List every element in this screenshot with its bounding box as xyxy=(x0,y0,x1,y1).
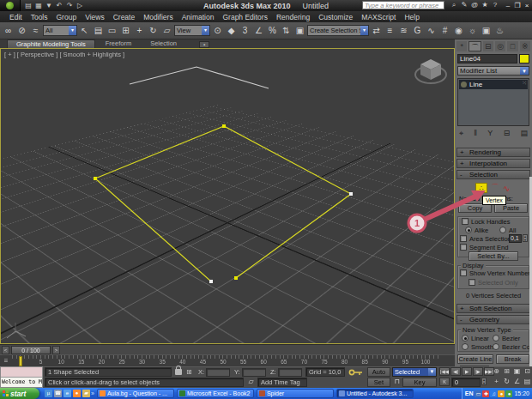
selection-lock-icon[interactable] xyxy=(175,369,182,375)
frame-0-marker[interactable] xyxy=(19,356,22,366)
angle-snap-icon[interactable]: ∠ xyxy=(252,24,265,38)
all-radio[interactable] xyxy=(499,227,506,233)
yellow-spline-segment[interactable] xyxy=(95,178,211,281)
workspace-icon[interactable]: ▷ xyxy=(76,2,84,9)
area-selection-checkbox[interactable] xyxy=(460,235,467,242)
unlink-selection-icon[interactable]: ⊘ xyxy=(15,24,28,38)
graphite-ribbon-toggle-icon[interactable]: G xyxy=(411,24,424,38)
rollout-interpolation[interactable]: +Interpolation xyxy=(456,159,530,168)
next-frame-button[interactable]: > xyxy=(52,346,60,354)
taskbar-task[interactable]: Untitled - Autodesk 3... xyxy=(336,389,414,398)
perspective-viewport[interactable]: [ + ] [ Perspective ] [ Smooth + Highlig… xyxy=(0,48,455,344)
key-mode-toggle-icon[interactable]: K xyxy=(439,378,450,386)
white-open-spline[interactable] xyxy=(130,67,269,88)
next-frame-icon[interactable]: |▶ xyxy=(473,367,483,376)
menu-create[interactable]: Create xyxy=(109,13,140,21)
track-bar[interactable]: ≡ 51015202530354045505560657075808590951… xyxy=(0,354,455,366)
vertex-subobject-button[interactable]: ∴ xyxy=(475,183,487,193)
viewport-label[interactable]: [ + ] [ Perspective ] [ Smooth + Highlig… xyxy=(4,51,124,58)
area-selection-spinner[interactable]: ▴▾ xyxy=(523,234,528,242)
messenger-icon[interactable]: ● xyxy=(498,390,505,397)
area-selection-field[interactable]: 0,1 xyxy=(509,234,522,243)
minimize-button[interactable]: – xyxy=(505,2,511,9)
select-and-link-icon[interactable]: ∞ xyxy=(2,24,15,38)
zoom-extents-icon[interactable]: ▣ xyxy=(512,367,522,376)
rollout-soft-selection[interactable]: +Soft Selection xyxy=(456,304,530,313)
modifier-stack[interactable]: Line ⁙ xyxy=(457,78,529,126)
render-setup-icon[interactable]: ☼ xyxy=(466,24,479,38)
modifier-list-dropdown[interactable]: Modifier List ▼ xyxy=(457,66,529,76)
select-and-move-icon[interactable]: + xyxy=(133,24,146,38)
select-by-button[interactable]: Select By... xyxy=(469,251,518,261)
utilities-tab[interactable]: ※ xyxy=(520,41,530,51)
x-coordinate-field[interactable] xyxy=(206,368,230,377)
menu-views[interactable]: Views xyxy=(81,13,109,21)
ribbon-options-icon[interactable]: ▪ xyxy=(199,41,209,48)
use-pivot-point-icon[interactable]: ⊙ xyxy=(211,24,224,38)
infocenter-search-icon[interactable]: ⌕ xyxy=(450,1,458,9)
snaps-toggle-icon[interactable]: 3 xyxy=(239,24,251,38)
percent-snap-icon[interactable]: % xyxy=(266,24,279,38)
hierarchy-tab[interactable]: ⊟ xyxy=(483,41,493,51)
previous-frame-icon[interactable]: ◀| xyxy=(450,367,461,376)
curve-editor-icon[interactable]: ∿ xyxy=(425,24,438,38)
new-file-icon[interactable]: ▤ xyxy=(24,2,33,9)
zoom-all-icon[interactable]: ⊞ xyxy=(502,367,511,376)
bind-to-space-warp-icon[interactable]: ≈ xyxy=(29,24,42,38)
time-tag-icon[interactable]: ▱ xyxy=(246,378,256,386)
help-icon[interactable]: ? xyxy=(491,1,499,9)
favorites-icon[interactable]: ★ xyxy=(481,1,489,9)
antivirus-icon[interactable]: ✚ xyxy=(482,390,489,397)
object-color-swatch[interactable] xyxy=(519,54,529,63)
segment-subobject-button[interactable]: ⌒ xyxy=(491,182,499,194)
start-button[interactable]: start xyxy=(0,388,39,399)
menu-help[interactable]: Help xyxy=(400,13,423,21)
open-file-icon[interactable]: ▦ xyxy=(34,2,43,9)
previous-frame-button[interactable]: < xyxy=(2,346,9,354)
key-filters-button[interactable]: Key Filters... xyxy=(402,378,437,387)
menu-maxscript[interactable]: MAXScript xyxy=(357,13,400,21)
rollout-rendering[interactable]: +Rendering xyxy=(456,148,530,157)
select-object-icon[interactable]: ↖ xyxy=(78,24,91,38)
object-name-field[interactable]: Line04 xyxy=(457,54,517,63)
yellow-spline[interactable] xyxy=(95,126,351,278)
ie-icon[interactable]: e xyxy=(63,390,71,397)
vertex-marker-white[interactable] xyxy=(209,280,213,283)
field-of-view-icon[interactable]: ∠ xyxy=(512,378,522,386)
schematic-view-icon[interactable]: # xyxy=(438,24,451,38)
ribbon-tab-freeform[interactable]: Freeform xyxy=(97,39,140,48)
update-icon[interactable]: ● xyxy=(505,390,512,397)
taskbar-task[interactable]: Aula.bg - Question - ... xyxy=(97,389,174,398)
communication-center-icon[interactable]: @ xyxy=(470,1,479,9)
vertex-marker-white[interactable] xyxy=(349,192,353,196)
spinner-snap-icon[interactable]: ⇅ xyxy=(280,24,293,38)
restore-button[interactable]: ❐ xyxy=(514,2,521,9)
application-menu-button[interactable] xyxy=(0,0,21,11)
listener-pane[interactable]: Welcome to M xyxy=(1,378,42,387)
rollout-geometry[interactable]: -Geometry xyxy=(456,315,530,324)
edit-named-selection-sets-icon[interactable]: ▣ xyxy=(293,24,306,38)
set-key-button[interactable]: Set Key xyxy=(367,378,390,387)
taskbar-task[interactable]: Microsoft Excel - Book2 xyxy=(177,389,254,398)
menu-modifiers[interactable]: Modifiers xyxy=(139,13,177,21)
selection-set-dropdown[interactable]: Selected▼ xyxy=(392,367,437,377)
remove-modifier-icon[interactable]: ⊟ xyxy=(504,129,511,139)
skype-icon[interactable]: ☎ xyxy=(54,390,62,397)
time-slider-handle[interactable]: 0 / 100 xyxy=(11,346,51,354)
macro-recorder-pane[interactable] xyxy=(1,367,42,378)
z-coordinate-field[interactable] xyxy=(278,368,302,377)
named-selection-sets-dropdown[interactable]: Create Selection St▾ xyxy=(307,25,369,36)
menu-tools[interactable]: Tools xyxy=(27,13,52,21)
modify-tab[interactable]: ⌒ xyxy=(469,41,481,51)
media-app-icon[interactable]: µ xyxy=(45,390,52,397)
rendered-frame-window-icon[interactable]: ▣ xyxy=(480,24,493,38)
menu-group[interactable]: Group xyxy=(52,13,82,21)
firefox-icon[interactable]: ● xyxy=(73,390,81,397)
vertex-marker-yellow[interactable] xyxy=(234,276,238,280)
layer-manager-icon[interactable]: ≋ xyxy=(397,24,410,38)
stack-item-line[interactable]: Line xyxy=(459,80,528,89)
spline-subobject-button[interactable]: ∿ xyxy=(503,184,510,193)
zoom-icon[interactable]: ⊕ xyxy=(492,367,501,376)
show-end-result-icon[interactable]: ‖ xyxy=(474,129,477,139)
bezier-corner-radio[interactable] xyxy=(493,343,499,350)
